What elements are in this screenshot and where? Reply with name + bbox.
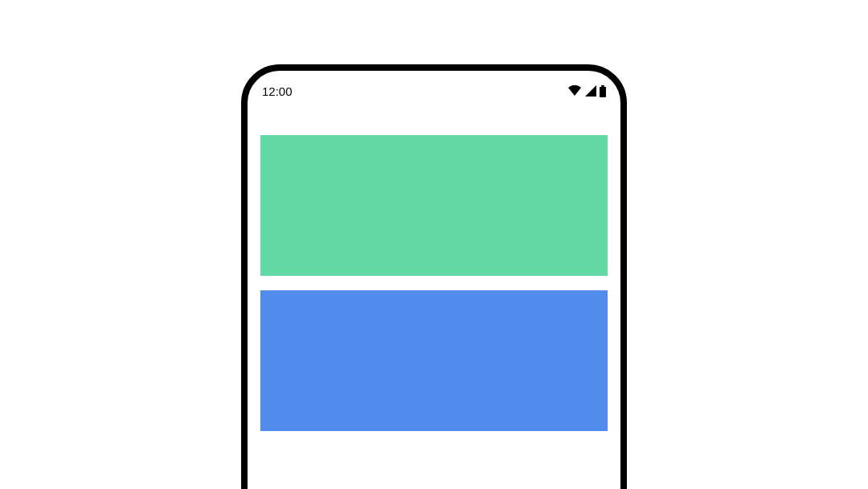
content-area [248,103,620,431]
blue-block [260,290,608,431]
phone-frame: 12:00 [241,64,627,489]
wifi-icon [567,85,582,97]
svg-rect-1 [601,85,604,87]
status-icons [567,85,606,97]
status-bar: 12:00 [248,71,620,103]
svg-rect-0 [600,87,606,97]
status-time: 12:00 [262,84,293,98]
green-block [260,135,608,276]
signal-icon [585,85,596,97]
battery-icon [600,85,606,97]
